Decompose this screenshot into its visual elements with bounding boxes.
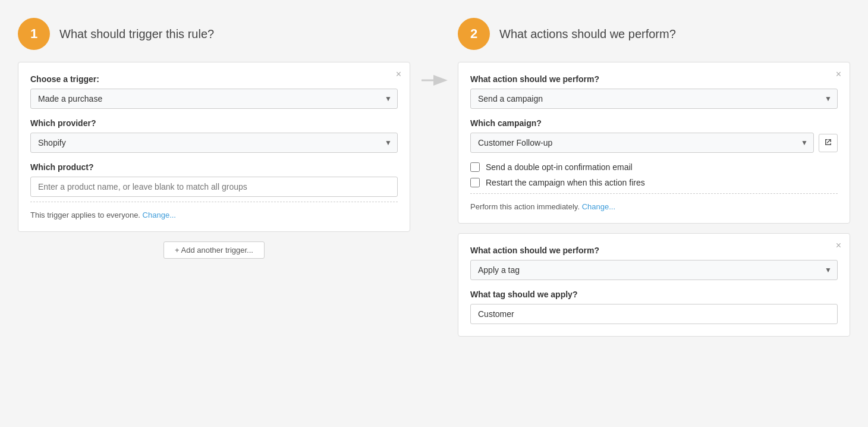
action-2-label: What action should we perform? [470,246,838,255]
product-label: Which product? [30,162,398,172]
action-footer-text: Perform this action immediately. [470,202,580,211]
right-section-header: 2 What actions should we perform? [458,18,850,50]
step-1-title: What should trigger this rule? [59,27,214,41]
action-card-1-footer: Perform this action immediately. Change.… [470,193,838,211]
action-card-2-close[interactable]: × [836,241,841,250]
campaign-select-wrapper: Customer Follow-up Welcome Series Re-eng… [470,133,814,153]
add-trigger-button[interactable]: + Add another trigger... [163,241,265,259]
action-change-link[interactable]: Change... [582,202,615,211]
action-card-1-close[interactable]: × [836,70,841,79]
left-section-header: 1 What should trigger this rule? [18,18,410,50]
arrow-icon [419,71,449,89]
tag-label: What tag should we apply? [470,290,838,299]
trigger-card: × Choose a trigger: Made a purchase Visi… [18,62,410,232]
trigger-change-link[interactable]: Change... [143,211,176,219]
campaign-select[interactable]: Customer Follow-up Welcome Series Re-eng… [470,133,814,153]
external-link-icon [824,138,832,146]
double-optin-checkbox[interactable] [470,162,480,172]
checkboxes-section: Send a double opt-in confirmation email … [470,162,838,187]
action-2-select[interactable]: Apply a tag Send a campaign Remove a tag… [470,260,838,280]
double-optin-label: Send a double opt-in confirmation email [486,162,633,172]
footer-text: This trigger applies to everyone. [30,211,140,219]
trigger-card-footer: This trigger applies to everyone. Change… [30,202,398,219]
provider-select-wrapper: Shopify WooCommerce Magento ▼ [30,133,398,153]
trigger-label: Choose a trigger: [30,74,398,84]
step-1-badge: 1 [18,18,50,50]
trigger-card-close[interactable]: × [396,70,401,79]
restart-campaign-row: Restart the campaign when this action fi… [470,178,838,187]
restart-campaign-label: Restart the campaign when this action fi… [486,178,645,187]
action-1-label: What action should we perform? [470,74,838,84]
step-2-badge: 2 [458,18,490,50]
restart-campaign-checkbox[interactable] [470,178,480,187]
campaign-external-link-button[interactable] [819,134,838,152]
campaign-select-row: Customer Follow-up Welcome Series Re-eng… [470,133,838,153]
product-input[interactable] [30,177,398,197]
provider-select[interactable]: Shopify WooCommerce Magento [30,133,398,153]
action-card-2: × What action should we perform? Apply a… [458,233,850,337]
action-1-select-wrapper: Send a campaign Apply a tag Remove a tag… [470,89,838,109]
action-2-select-wrapper: Apply a tag Send a campaign Remove a tag… [470,260,838,280]
step-2-title: What actions should we perform? [499,27,676,41]
trigger-select-wrapper: Made a purchase Visited a page Submitted… [30,89,398,109]
action-1-select[interactable]: Send a campaign Apply a tag Remove a tag… [470,89,838,109]
double-optin-row: Send a double opt-in confirmation email [470,162,838,172]
campaign-label: Which campaign? [470,118,838,128]
arrow-connector [416,18,452,89]
provider-label: Which provider? [30,118,398,128]
tag-input[interactable] [470,304,838,324]
action-card-1: × What action should we perform? Send a … [458,62,850,224]
trigger-select[interactable]: Made a purchase Visited a page Submitted… [30,89,398,109]
